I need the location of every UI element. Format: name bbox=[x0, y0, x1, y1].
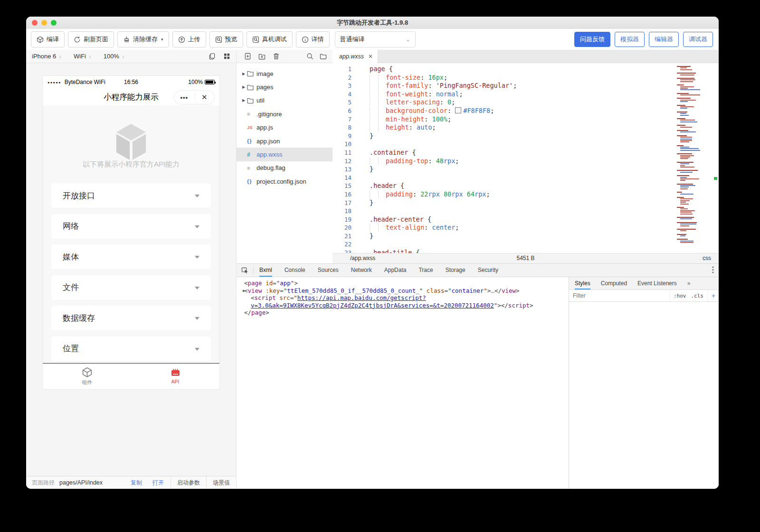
devtools-tab-security[interactable]: Security bbox=[478, 264, 498, 277]
devtools-tab-storage[interactable]: Storage bbox=[446, 264, 466, 277]
section-card-file[interactable]: 文件 bbox=[51, 275, 211, 300]
more-tabs-icon[interactable]: » bbox=[687, 280, 691, 287]
phone-status-bar: ●●●●● ByteDance WiFi 16:56 100% bbox=[43, 76, 219, 88]
title-bar: 字节跳动开发者工具-1.9.8 bbox=[26, 17, 719, 29]
code-line: 2font-size: 16px; bbox=[332, 74, 719, 82]
grid-layout-icon[interactable] bbox=[223, 53, 230, 60]
dom-node-line[interactable]: <script src="https://api.map.baidu.com/g… bbox=[237, 294, 569, 302]
expand-arrow-icon[interactable]: ▶ bbox=[242, 98, 247, 103]
file-tree-item-app-js[interactable]: JSapp.js bbox=[237, 121, 332, 134]
compile-mode-select[interactable]: 普通编译 ⌄ bbox=[335, 31, 416, 47]
refresh-page-label: 刷新页面 bbox=[84, 35, 108, 44]
dom-node-line[interactable]: </page> bbox=[237, 309, 569, 317]
section-card-network[interactable]: 网络 bbox=[51, 214, 211, 239]
line-number: 2 bbox=[332, 74, 352, 82]
dom-node-line[interactable]: v=3.0&ak=9IWX8Kev5YcqB2pjZ4dZp2C4tjbsjDr… bbox=[237, 302, 569, 309]
dom-node-line[interactable]: <page id="app"> bbox=[237, 280, 569, 287]
file-tree-item-app-wxss[interactable]: #app.wxss bbox=[237, 148, 332, 161]
simulator-button[interactable]: 模拟器 bbox=[615, 32, 645, 47]
chevron-right-icon: › bbox=[122, 53, 124, 60]
styles-tab-event-listeners[interactable]: Event Listeners bbox=[637, 277, 677, 289]
compile-mode-value: 普通编译 bbox=[340, 35, 365, 44]
toolbar-button-details[interactable]: 详情 bbox=[296, 31, 330, 47]
copy-pages-icon[interactable] bbox=[209, 53, 216, 60]
phone-screen: ●●●●● ByteDance WiFi 16:56 100% 小程序能力展示 … bbox=[43, 76, 219, 389]
file-tree-item-debug-flag[interactable]: ≡debug.flag bbox=[237, 161, 332, 175]
toolbar-button-preview[interactable]: 预览 bbox=[209, 31, 243, 47]
code-line: 6background-color: #F8F8F8; bbox=[332, 107, 719, 115]
toggle-class-button[interactable]: .cls bbox=[691, 293, 704, 299]
section-card-open-api[interactable]: 开放接口 bbox=[51, 183, 211, 208]
code-editor[interactable]: 1page {2font-size: 16px;3font-family: 'P… bbox=[332, 63, 719, 253]
close-miniapp-icon[interactable]: ✕ bbox=[195, 93, 215, 102]
device-bar-zoom[interactable]: 100% bbox=[104, 53, 119, 60]
code-line: 23.head-title { bbox=[332, 249, 719, 253]
devtools-tab-bxml[interactable]: Bxml bbox=[259, 264, 272, 277]
toolbar-button-clear-cache[interactable]: 清除缓存▾ bbox=[117, 31, 169, 47]
editor-minimap[interactable] bbox=[677, 66, 710, 246]
copy-path-link[interactable]: 复制 bbox=[131, 479, 142, 487]
section-label: 网络 bbox=[63, 221, 79, 232]
line-number: 23 bbox=[332, 249, 352, 253]
delete-icon[interactable] bbox=[273, 53, 280, 60]
more-vertical-icon[interactable] bbox=[712, 266, 714, 275]
search-icon[interactable] bbox=[306, 53, 314, 60]
file-tree-item-image[interactable]: ▶image bbox=[237, 67, 332, 80]
new-file-icon[interactable] bbox=[244, 53, 251, 60]
code-line: 12padding-top: 48rpx; bbox=[332, 157, 719, 166]
section-card-location[interactable]: 位置 bbox=[51, 336, 211, 361]
toolbar-button-refresh-page[interactable]: 刷新页面 bbox=[68, 31, 114, 47]
scene-value-button[interactable]: 场景值 bbox=[206, 476, 236, 489]
devtools-tab-trace[interactable]: Trace bbox=[418, 264, 433, 277]
feedback-button[interactable]: 问题反馈 bbox=[574, 32, 610, 47]
file-tree-item-project-config-json[interactable]: { }project.config.json bbox=[237, 175, 332, 188]
expand-arrow-icon[interactable]: ▶ bbox=[242, 72, 247, 76]
device-bar-device[interactable]: iPhone 6 bbox=[32, 53, 56, 60]
launch-params-button[interactable]: 启动参数 bbox=[171, 476, 206, 489]
toolbar-button-upload[interactable]: 上传 bbox=[172, 31, 206, 47]
toolbar-button-device-debug[interactable]: 真机调试 bbox=[247, 31, 293, 47]
line-number: 17 bbox=[332, 199, 352, 207]
file-tree-item-pages[interactable]: ▶pages bbox=[237, 80, 332, 93]
file-tree-item-app-json[interactable]: { }app.json bbox=[237, 134, 332, 148]
devtools-tab-console[interactable]: Console bbox=[285, 264, 305, 277]
api-chip-icon bbox=[171, 368, 180, 377]
caret-down-icon: ▾ bbox=[161, 37, 163, 42]
js-file-icon: JS bbox=[247, 125, 253, 130]
more-menu-icon[interactable]: ••• bbox=[174, 94, 194, 101]
section-card-media[interactable]: 媒体 bbox=[51, 244, 211, 269]
section-card-data-cache[interactable]: 数据缓存 bbox=[51, 306, 211, 330]
toggle-hover-state-button[interactable]: :hov bbox=[674, 293, 686, 299]
miniapp-tab-components[interactable]: 组件 bbox=[43, 364, 131, 389]
line-number: 19 bbox=[332, 215, 352, 224]
code-line: 18 bbox=[332, 207, 719, 215]
open-folder-icon[interactable] bbox=[320, 53, 327, 60]
styles-tab-computed[interactable]: Computed bbox=[601, 277, 627, 289]
caret-down-icon bbox=[195, 317, 200, 320]
editor-tab-app-wxss[interactable]: app.wxss ✕ bbox=[332, 50, 378, 63]
device-bar-network[interactable]: WiFi bbox=[74, 53, 86, 60]
devtools-tab-sources[interactable]: Sources bbox=[318, 264, 339, 277]
styles-tab-styles[interactable]: Styles bbox=[575, 277, 590, 289]
devtools-tab-appdata[interactable]: AppData bbox=[384, 264, 407, 277]
new-style-rule-button[interactable]: + bbox=[707, 290, 719, 301]
open-path-link[interactable]: 打开 bbox=[152, 479, 164, 487]
debugger-button[interactable]: 调试器 bbox=[683, 32, 713, 47]
devtools-tab-network[interactable]: Network bbox=[351, 264, 372, 277]
miniapp-tab-label: API bbox=[171, 379, 180, 384]
toolbar-right-group: 问题反馈模拟器编辑器调试器 bbox=[574, 32, 713, 47]
miniapp-tab-api[interactable]: API bbox=[131, 364, 219, 389]
styles-filter-input[interactable] bbox=[569, 290, 669, 301]
expand-arrow-icon[interactable]: ▶ bbox=[243, 287, 245, 295]
miniapp-tab-label: 组件 bbox=[82, 379, 92, 386]
file-tree-item-util[interactable]: ▶util bbox=[237, 94, 332, 107]
new-folder-icon[interactable] bbox=[258, 53, 266, 60]
inspect-element-icon[interactable] bbox=[241, 267, 248, 274]
close-tab-icon[interactable]: ✕ bbox=[368, 53, 373, 60]
expand-arrow-icon[interactable]: ▶ bbox=[242, 85, 247, 89]
dom-node-line[interactable]: ▶<view :key="ttElem_570dd85_0_if__570dd8… bbox=[237, 287, 569, 295]
editor-button[interactable]: 编辑器 bbox=[649, 32, 679, 47]
compile-cube-icon bbox=[37, 36, 44, 43]
toolbar-button-compile[interactable]: 编译 bbox=[31, 31, 65, 47]
file-tree-item-gitignore[interactable]: ≡.gitignore bbox=[237, 107, 332, 121]
